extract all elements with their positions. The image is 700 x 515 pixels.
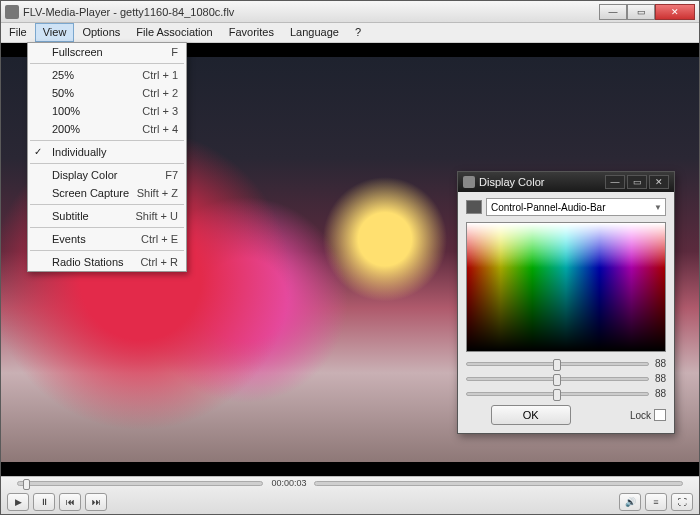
seek-thumb[interactable]	[23, 479, 30, 490]
menu-item-shortcut: Ctrl + R	[140, 256, 178, 268]
menu-item-fullscreen[interactable]: FullscreenF	[28, 43, 186, 61]
menu-item-100-[interactable]: 100%Ctrl + 3	[28, 102, 186, 120]
slider-1[interactable]	[466, 362, 649, 366]
menu-item-label: 25%	[52, 69, 74, 81]
menu-item-shortcut: F7	[165, 169, 178, 181]
menubar: File View Options File Association Favor…	[1, 23, 699, 43]
menu-item-shortcut: Ctrl + 3	[142, 105, 178, 117]
display-color-titlebar[interactable]: Display Color — ▭ ✕	[458, 172, 674, 192]
close-button[interactable]: ✕	[655, 4, 695, 20]
fullscreen-button[interactable]: ⛶	[671, 493, 693, 511]
menu-language[interactable]: Language	[282, 23, 347, 42]
pause-button[interactable]: ⏸	[33, 493, 55, 511]
slider-2[interactable]	[466, 377, 649, 381]
menu-item-label: Display Color	[52, 169, 117, 181]
color-swatch	[466, 200, 482, 214]
menu-item-display-color[interactable]: Display ColorF7	[28, 166, 186, 184]
seek-track[interactable]	[17, 481, 263, 486]
slider-3-thumb[interactable]	[553, 389, 561, 401]
lock-checkbox[interactable]	[654, 409, 666, 421]
menu-item-label: Subtitle	[52, 210, 89, 222]
menu-item-shortcut: Ctrl + E	[141, 233, 178, 245]
menu-item-shortcut: F	[171, 46, 178, 58]
menu-item-shortcut: Ctrl + 2	[142, 87, 178, 99]
menu-item-subtitle[interactable]: SubtitleShift + U	[28, 207, 186, 225]
dc-minimize-button[interactable]: —	[605, 175, 625, 189]
ok-button[interactable]: OK	[491, 405, 571, 425]
menu-item-label: Fullscreen	[52, 46, 103, 58]
titlebar: FLV-Media-Player - getty1160-84_1080c.fl…	[1, 1, 699, 23]
menu-separator	[30, 250, 184, 251]
menu-item-25-[interactable]: 25%Ctrl + 1	[28, 66, 186, 84]
menu-item-events[interactable]: EventsCtrl + E	[28, 230, 186, 248]
playlist-button[interactable]: ≡	[645, 493, 667, 511]
playback-controls: 00:00:03 ▶ ⏸ ⏮ ⏭ 🔊 ≡ ⛶	[1, 476, 699, 514]
view-menu-dropdown: FullscreenF25%Ctrl + 150%Ctrl + 2100%Ctr…	[27, 42, 187, 272]
menu-separator	[30, 63, 184, 64]
letterbox-bottom	[1, 462, 699, 476]
menu-item-label: Screen Capture	[52, 187, 129, 199]
slider-3-value: 88	[655, 388, 666, 399]
menu-item-200-[interactable]: 200%Ctrl + 4	[28, 120, 186, 138]
menu-item-shortcut: Ctrl + 4	[142, 123, 178, 135]
menu-item-radio-stations[interactable]: Radio StationsCtrl + R	[28, 253, 186, 271]
slider-3[interactable]	[466, 392, 649, 396]
menu-item-shortcut: Shift + Z	[137, 187, 178, 199]
menu-item-label: 100%	[52, 105, 80, 117]
slider-1-thumb[interactable]	[553, 359, 561, 371]
display-color-title: Display Color	[479, 176, 605, 188]
maximize-button[interactable]: ▭	[627, 4, 655, 20]
seek-bar-row: 00:00:03	[1, 477, 699, 489]
menu-item-shortcut: Shift + U	[136, 210, 179, 222]
menu-item-label: Events	[52, 233, 86, 245]
menu-item-50-[interactable]: 50%Ctrl + 2	[28, 84, 186, 102]
display-color-window: Display Color — ▭ ✕ Control-Pannel-Audio…	[457, 171, 675, 434]
menu-options[interactable]: Options	[74, 23, 128, 42]
color-field[interactable]	[466, 222, 666, 352]
prev-button[interactable]: ⏮	[59, 493, 81, 511]
volume-button[interactable]: 🔊	[619, 493, 641, 511]
time-display: 00:00:03	[271, 478, 306, 488]
menu-separator	[30, 140, 184, 141]
dc-close-button[interactable]: ✕	[649, 175, 669, 189]
display-color-icon	[463, 176, 475, 188]
menu-item-shortcut: Ctrl + 1	[142, 69, 178, 81]
menu-favorites[interactable]: Favorites	[221, 23, 282, 42]
menu-item-label: 200%	[52, 123, 80, 135]
window-title: FLV-Media-Player - getty1160-84_1080c.fl…	[23, 6, 599, 18]
menu-separator	[30, 227, 184, 228]
seek-track-right[interactable]	[314, 481, 683, 486]
minimize-button[interactable]: —	[599, 4, 627, 20]
menu-item-screen-capture[interactable]: Screen CaptureShift + Z	[28, 184, 186, 202]
next-button[interactable]: ⏭	[85, 493, 107, 511]
menu-separator	[30, 163, 184, 164]
menu-item-label: Radio Stations	[52, 256, 124, 268]
slider-2-thumb[interactable]	[553, 374, 561, 386]
menu-help[interactable]: ?	[347, 23, 369, 42]
dc-maximize-button[interactable]: ▭	[627, 175, 647, 189]
menu-file-association[interactable]: File Association	[128, 23, 220, 42]
lock-label: Lock	[630, 410, 651, 421]
menu-item-label: 50%	[52, 87, 74, 99]
menu-view[interactable]: View	[35, 23, 75, 42]
slider-1-value: 88	[655, 358, 666, 369]
target-dropdown[interactable]: Control-Pannel-Audio-Bar	[486, 198, 666, 216]
app-icon	[5, 5, 19, 19]
menu-item-label: Individually	[52, 146, 106, 158]
slider-2-value: 88	[655, 373, 666, 384]
menu-file[interactable]: File	[1, 23, 35, 42]
menu-item-individually[interactable]: Individually	[28, 143, 186, 161]
play-button[interactable]: ▶	[7, 493, 29, 511]
menu-separator	[30, 204, 184, 205]
